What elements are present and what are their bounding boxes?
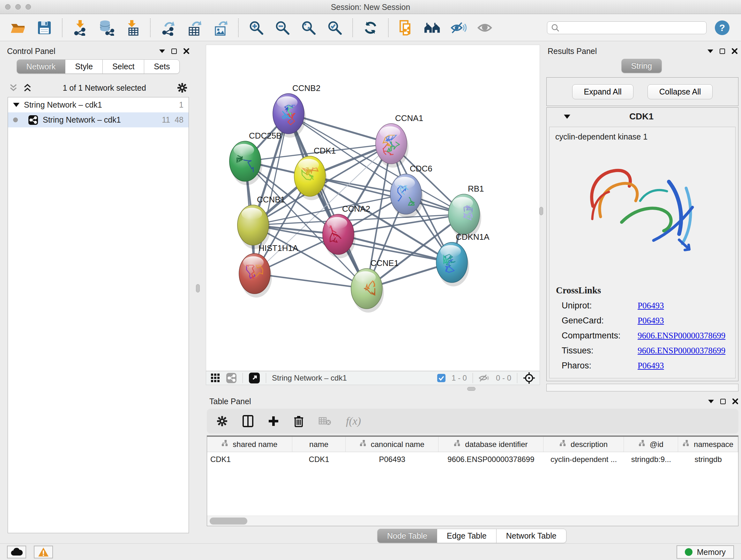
crosslink-link[interactable]: 9606.ENSP00000378699 — [637, 331, 725, 341]
hidden-eye-icon[interactable] — [479, 374, 490, 382]
panel-float-icon[interactable] — [172, 49, 177, 54]
network-node-ccna1[interactable]: CCNA1 — [376, 113, 423, 168]
network-canvas[interactable]: CCNB2CCNA1CDC25BCDK1CDC6RB1CCNB1CCNA2CDK… — [206, 45, 540, 371]
network-node-ccnb1[interactable]: CCNB1 — [238, 195, 285, 249]
collapse-triangle-icon[interactable] — [13, 103, 19, 107]
delete-column-trash-icon[interactable] — [293, 415, 304, 427]
splitter-handle[interactable] — [196, 284, 200, 293]
zoom-selected-button[interactable] — [326, 19, 343, 37]
crosslink-link[interactable]: P06493 — [637, 361, 664, 371]
add-column-icon[interactable] — [268, 416, 279, 427]
collapse-all-button[interactable]: Collapse All — [648, 84, 713, 99]
hide-selected-button[interactable] — [450, 19, 467, 37]
network-node-cdc6[interactable]: CDC6 — [390, 164, 432, 218]
network-graph[interactable]: CCNB2CCNA1CDC25BCDK1CDC6RB1CCNB1CCNA2CDK… — [206, 45, 540, 371]
show-all-button[interactable] — [476, 19, 493, 37]
memory-button[interactable]: Memory — [677, 545, 734, 559]
network-node-cdkn1a[interactable]: CDKN1A — [436, 232, 489, 287]
table-cell[interactable]: cyclin-dependent ... — [543, 455, 624, 464]
tab-network-table[interactable]: Network Table — [496, 529, 566, 543]
open-file-button[interactable] — [10, 19, 27, 37]
table-settings-gear-icon[interactable] — [216, 415, 228, 427]
clone-network-button[interactable] — [398, 19, 415, 37]
panel-close-icon[interactable] — [183, 48, 190, 54]
collapse-all-icon[interactable] — [9, 83, 18, 92]
expand-all-icon[interactable] — [23, 83, 32, 92]
crosslink-link[interactable]: P06493 — [637, 316, 664, 326]
column-header-description[interactable]: description — [543, 437, 624, 452]
export-table-button[interactable] — [186, 19, 203, 37]
crosslink-link[interactable]: P06493 — [637, 301, 664, 311]
search-input[interactable] — [562, 23, 706, 33]
panel-menu-icon[interactable] — [708, 400, 714, 403]
help-button[interactable]: ? — [715, 20, 730, 35]
table-cell[interactable]: stringdb:9... — [624, 455, 678, 464]
zoom-in-button[interactable] — [248, 19, 265, 37]
network-row[interactable]: String Network – cdk1 11 48 — [8, 112, 189, 127]
column-header-shared-name[interactable]: shared name — [207, 437, 292, 452]
tab-style[interactable]: Style — [65, 59, 103, 74]
panel-float-icon[interactable] — [720, 49, 725, 54]
scrollbar-thumb[interactable] — [210, 517, 247, 524]
expand-all-button[interactable]: Expand All — [572, 84, 633, 99]
import-table-file-button[interactable] — [124, 19, 141, 37]
selected-checkbox-icon[interactable] — [437, 374, 446, 382]
panel-menu-icon[interactable] — [159, 50, 165, 53]
detach-view-icon[interactable] — [249, 372, 260, 384]
save-session-button[interactable] — [36, 19, 53, 37]
table-cell[interactable]: CDK1 — [207, 455, 292, 464]
column-header-name[interactable]: name — [292, 437, 346, 452]
crosslink-link[interactable]: 9606.ENSP00000378699 — [637, 346, 725, 356]
export-network-button[interactable] — [159, 19, 177, 37]
network-view-toolbar: String Network – cdk1 1 - 0 0 - 0 — [206, 371, 540, 385]
column-header-database-identifier[interactable]: database identifier — [439, 437, 543, 452]
tab-sets[interactable]: Sets — [144, 59, 180, 74]
first-neighbors-button[interactable] — [424, 19, 441, 37]
show-columns-icon[interactable] — [243, 415, 253, 427]
node-gloss-highlight — [298, 159, 319, 171]
grid-view-icon[interactable] — [211, 373, 220, 383]
table-cell[interactable]: P06493 — [346, 455, 439, 464]
network-view-icon[interactable] — [226, 373, 237, 383]
splitter-handle[interactable] — [467, 387, 475, 391]
network-node-ccne1[interactable]: CCNE1 — [351, 258, 399, 313]
import-network-database-button[interactable] — [98, 19, 115, 37]
search-box[interactable] — [547, 21, 706, 34]
network-node-hist1h1a[interactable]: HIST1H1A — [239, 243, 298, 298]
warning-status-button[interactable] — [34, 546, 53, 558]
birdseye-crosshair-icon[interactable] — [523, 372, 535, 384]
collapse-triangle-icon[interactable] — [564, 115, 570, 119]
tab-edge-table[interactable]: Edge Table — [437, 529, 496, 543]
column-header-namespace[interactable]: namespace — [678, 437, 738, 452]
splitter-handle[interactable] — [539, 207, 543, 215]
import-network-file-button[interactable] — [71, 19, 89, 37]
panel-float-icon[interactable] — [720, 399, 726, 404]
table-row[interactable]: CDK1CDK1P064939606.ENSP00000378699cyclin… — [207, 452, 738, 467]
column-header-id[interactable]: @id — [624, 437, 678, 452]
tab-network[interactable]: Network — [17, 59, 66, 74]
panel-close-icon[interactable] — [731, 48, 738, 54]
network-node-ccnb2[interactable]: CCNB2 — [273, 83, 320, 138]
refresh-button[interactable] — [362, 19, 379, 37]
panel-close-icon[interactable] — [732, 398, 738, 405]
function-builder-icon[interactable]: f(x) — [346, 415, 361, 427]
table-cell[interactable]: stringdb — [678, 455, 738, 464]
column-header-canonical-name[interactable]: canonical name — [346, 437, 439, 452]
delete-table-icon[interactable] — [319, 416, 331, 426]
zoom-out-button[interactable] — [274, 19, 291, 37]
table-cell[interactable]: 9606.ENSP00000378699 — [439, 455, 543, 464]
export-image-button[interactable] — [212, 19, 229, 37]
table-cell[interactable]: CDK1 — [292, 455, 346, 464]
tab-node-table[interactable]: Node Table — [377, 529, 437, 543]
tab-string[interactable]: String — [621, 59, 662, 73]
gear-icon[interactable] — [177, 82, 188, 93]
panel-menu-icon[interactable] — [708, 50, 713, 53]
results-scrollbar[interactable] — [546, 384, 738, 391]
network-collection-row[interactable]: String Network – cdk1 1 — [8, 98, 189, 112]
table-horizontal-scrollbar[interactable] — [207, 516, 738, 526]
network-node-rb1[interactable]: RB1 — [448, 184, 484, 238]
tab-select[interactable]: Select — [103, 59, 144, 74]
cloud-status-button[interactable] — [7, 546, 26, 558]
network-edge[interactable] — [255, 144, 391, 273]
zoom-fit-button[interactable] — [300, 19, 317, 37]
